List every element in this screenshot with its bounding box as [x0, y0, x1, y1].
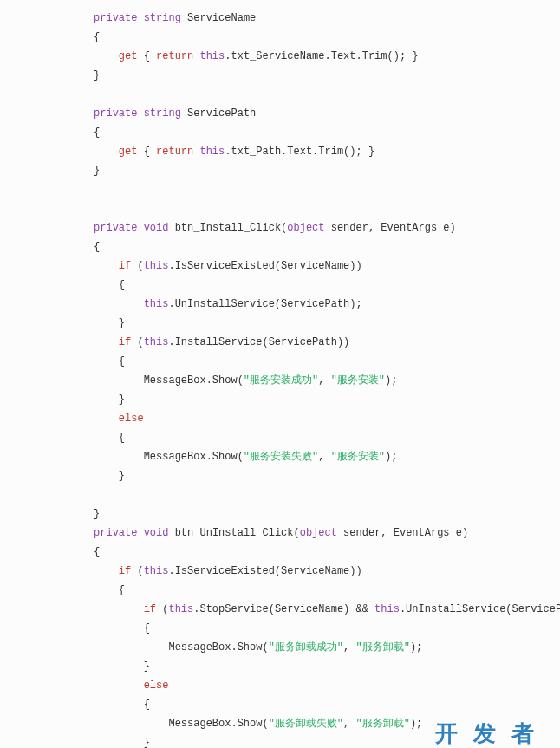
code-token: { — [144, 622, 150, 634]
code-token: ServiceName — [181, 12, 256, 24]
code-token: private — [94, 107, 137, 120]
code-token: MessageBox.Show( — [144, 374, 244, 387]
code-token: this — [374, 603, 400, 615]
code-line: { — [0, 127, 100, 139]
code-token: this — [168, 603, 193, 615]
code-token: "服务安装" — [331, 374, 385, 387]
code-line: } — [0, 508, 100, 520]
code-token: { — [119, 355, 125, 367]
code-token: sender, EventArgs e) — [325, 222, 456, 234]
code-line: private void btn_Install_Click(object se… — [0, 222, 456, 234]
code-token: .IsServiceExisted(ServiceName)) — [168, 260, 361, 272]
code-token: "服务安装" — [331, 451, 385, 463]
code-token: if — [119, 260, 131, 272]
code-token: } — [119, 317, 125, 329]
code-token: .StopService(ServiceName) && — [193, 603, 374, 615]
code-token: return — [156, 146, 193, 158]
code-token: .txt_Path.Text.Trim(); } — [225, 146, 374, 158]
code-token: this — [144, 298, 169, 310]
code-token: } — [119, 470, 125, 482]
code-token: .UnInstallService(ServicePath)) — [400, 603, 560, 615]
code-block: private string ServiceName { get { retur… — [0, 0, 560, 748]
code-token: string — [144, 12, 181, 24]
code-line: { — [0, 546, 100, 558]
code-token: private — [94, 12, 137, 24]
code-token: this — [144, 260, 169, 272]
code-line — [0, 184, 94, 196]
code-token: ( — [131, 565, 143, 577]
code-token: if — [144, 603, 156, 615]
code-token: MessageBox.Show( — [168, 641, 268, 654]
code-line: { — [0, 584, 125, 596]
code-token: object — [287, 222, 324, 234]
code-line: else — [0, 680, 168, 692]
code-token: else — [119, 413, 144, 425]
code-token: private — [94, 222, 137, 234]
code-line: { — [0, 432, 125, 444]
code-token: private — [94, 527, 137, 539]
code-line — [0, 88, 94, 101]
code-token: } — [94, 165, 100, 177]
code-token: } — [94, 508, 100, 520]
code-token: else — [144, 680, 169, 692]
code-token: string — [144, 107, 181, 120]
code-line: get { return this.txt_ServiceName.Text.T… — [0, 50, 419, 62]
code-document: private string ServiceName { get { retur… — [0, 0, 560, 748]
code-token: get — [119, 50, 138, 62]
code-line: } — [0, 69, 100, 81]
code-line — [0, 203, 94, 215]
code-token: , — [318, 374, 330, 387]
code-token: ServicePath — [181, 107, 256, 120]
code-token: ); — [410, 641, 422, 654]
code-token: } — [94, 69, 100, 81]
code-line: } — [0, 394, 125, 406]
code-token: btn_UnInstall_Click( — [168, 527, 299, 539]
code-token: if — [119, 336, 131, 348]
code-line: private string ServiceName — [0, 12, 256, 24]
code-line: { — [0, 279, 125, 291]
code-token: { — [137, 146, 156, 158]
code-token: { — [119, 432, 125, 444]
code-line: { — [0, 699, 150, 711]
code-token: .IsServiceExisted(ServiceName)) — [168, 565, 361, 577]
code-token: btn_Install_Click( — [168, 222, 287, 234]
code-token — [137, 107, 143, 120]
code-line: MessageBox.Show("服务卸载成功", "服务卸载"); — [0, 641, 422, 654]
code-token: "服务卸载成功" — [269, 641, 343, 654]
code-token: return — [156, 50, 193, 62]
code-token: , — [318, 451, 330, 463]
code-line: } — [0, 470, 125, 482]
code-token: this — [199, 50, 225, 62]
code-token: void — [144, 222, 169, 234]
code-token: .InstallService(ServicePath)) — [168, 336, 349, 348]
code-token: } — [144, 737, 150, 748]
code-line: MessageBox.Show("服务安装成功", "服务安装"); — [0, 374, 397, 387]
code-token: "服务安装成功" — [244, 374, 318, 387]
code-token: if — [119, 565, 131, 577]
code-token: { — [94, 546, 100, 558]
code-token: , — [343, 718, 355, 730]
code-line: { — [0, 31, 100, 43]
code-line: private string ServicePath — [0, 107, 256, 120]
code-line: if (this.IsServiceExisted(ServiceName)) — [0, 260, 362, 272]
code-token: } — [144, 660, 150, 673]
code-token: "服务卸载" — [355, 718, 409, 730]
code-token: , — [343, 641, 355, 654]
code-token: "服务安装失败" — [244, 451, 318, 463]
code-token: MessageBox.Show( — [144, 451, 244, 463]
code-line: { — [0, 355, 125, 367]
code-line: if (this.StopService(ServiceName) && thi… — [0, 603, 560, 615]
code-token — [137, 12, 143, 24]
code-token: ); — [385, 374, 397, 387]
code-line: } — [0, 737, 150, 748]
code-line: this.UnInstallService(ServicePath); — [0, 298, 362, 310]
code-token: this — [144, 565, 169, 577]
code-line: else — [0, 413, 144, 425]
code-token: } — [119, 394, 125, 406]
code-line: { — [0, 241, 100, 253]
code-token: this — [199, 146, 225, 158]
code-line — [0, 489, 119, 501]
code-token: { — [119, 279, 125, 291]
code-token: ); — [410, 718, 422, 730]
code-token: .UnInstallService(ServicePath); — [168, 298, 361, 310]
